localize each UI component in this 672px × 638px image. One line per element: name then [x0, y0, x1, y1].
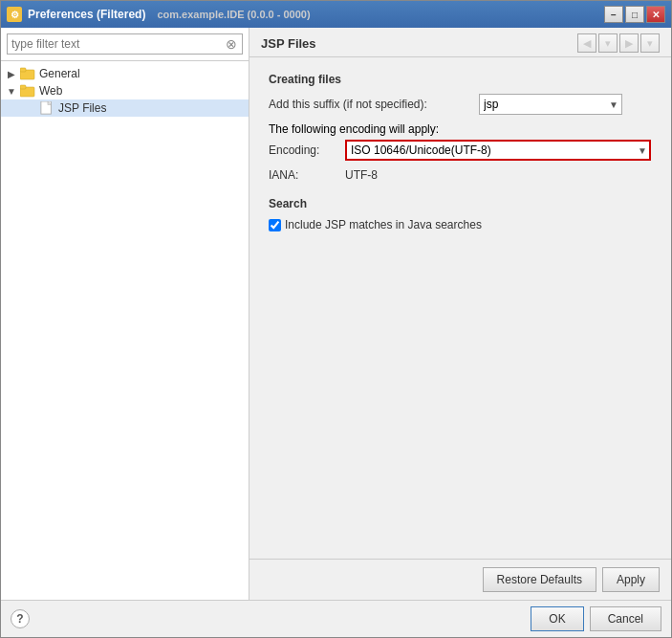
search-clear-icon[interactable]: ⊗: [224, 36, 239, 52]
iana-row: IANA: UTF-8: [269, 168, 652, 182]
panel-body: Creating files Add this suffix (if not s…: [249, 57, 671, 559]
iana-value: UTF-8: [345, 168, 378, 182]
nav-buttons: ◀ ▾ ▶ ▾: [577, 33, 660, 53]
suffix-select-wrap: jsp jspx ▼: [479, 94, 622, 115]
panel-header: JSP Files ◀ ▾ ▶ ▾: [249, 28, 671, 57]
nav-forward-dropdown-button[interactable]: ▾: [640, 33, 660, 53]
title-bar: ⚙ Preferences (Filtered) com.example.IDE…: [1, 1, 671, 28]
nav-back-dropdown-button[interactable]: ▾: [598, 33, 618, 53]
bottom-buttons: OK Cancel: [531, 606, 661, 631]
folder-icon-web: [20, 84, 35, 98]
encoding-select-wrap: ISO 10646/Unicode(UTF-8) UTF-8 UTF-16 IS…: [345, 140, 651, 161]
tree-arrow-web: ▼: [5, 84, 18, 98]
encoding-select[interactable]: ISO 10646/Unicode(UTF-8) UTF-8 UTF-16 IS…: [345, 140, 651, 161]
encoding-row: Encoding: ISO 10646/Unicode(UTF-8) UTF-8…: [269, 140, 652, 161]
jsp-matches-label: Include JSP matches in Java searches: [285, 218, 482, 231]
sidebar: ⊗ ▶ General ▼: [1, 28, 249, 600]
panel-footer: Restore Defaults Apply: [249, 559, 671, 600]
sidebar-item-web[interactable]: ▼ Web: [1, 82, 249, 99]
cancel-button[interactable]: Cancel: [590, 606, 661, 631]
search-section: Search Include JSP matches in Java searc…: [269, 197, 652, 231]
search-input[interactable]: [7, 33, 243, 55]
sidebar-label-jsp-files: JSP Files: [58, 101, 106, 115]
bottom-bar: ? OK Cancel: [1, 600, 671, 637]
encoding-pre-label-wrap: The following encoding will apply:: [269, 122, 652, 136]
page-icon-jsp: [39, 101, 54, 115]
sidebar-label-general: General: [39, 67, 80, 80]
jsp-matches-checkbox[interactable]: [269, 219, 281, 231]
search-bar: ⊗: [1, 28, 249, 61]
main-content: ⊗ ▶ General ▼: [1, 28, 671, 600]
restore-defaults-button[interactable]: Restore Defaults: [483, 567, 596, 592]
help-button[interactable]: ?: [11, 609, 30, 628]
ok-button[interactable]: OK: [531, 606, 583, 631]
suffix-label: Add this suffix (if not specified):: [269, 98, 479, 111]
maximize-button[interactable]: □: [625, 6, 644, 23]
app-icon: ⚙: [7, 7, 22, 22]
encoding-label: Encoding:: [269, 143, 345, 157]
sidebar-item-jsp-files[interactable]: JSP Files: [1, 99, 249, 117]
nav-back-button[interactable]: ◀: [577, 33, 596, 53]
search-section-label: Search: [269, 197, 652, 210]
panel-title: JSP Files: [261, 36, 316, 51]
folder-icon-general: [20, 67, 35, 80]
suffix-select[interactable]: jsp jspx: [479, 94, 622, 115]
preferences-window: ⚙ Preferences (Filtered) com.example.IDE…: [0, 0, 672, 638]
encoding-pre-label: The following encoding will apply:: [269, 122, 439, 136]
iana-label: IANA:: [269, 168, 345, 182]
nav-forward-button[interactable]: ▶: [619, 33, 639, 53]
sidebar-item-general[interactable]: ▶ General: [1, 65, 249, 82]
creating-files-label: Creating files: [269, 73, 652, 86]
sidebar-label-web: Web: [39, 84, 62, 98]
tree-arrow-general: ▶: [5, 67, 18, 80]
svg-rect-1: [20, 68, 26, 72]
search-input-wrap: ⊗: [7, 33, 243, 55]
minimize-button[interactable]: −: [604, 6, 623, 23]
close-button[interactable]: ✕: [646, 6, 665, 23]
apply-button[interactable]: Apply: [602, 567, 660, 592]
window-title: Preferences (Filtered): [28, 8, 145, 21]
checkbox-row: Include JSP matches in Java searches: [269, 218, 652, 231]
svg-rect-3: [20, 85, 26, 89]
window-controls: − □ ✕: [604, 6, 665, 23]
suffix-row: Add this suffix (if not specified): jsp …: [269, 94, 652, 115]
right-panel: JSP Files ◀ ▾ ▶ ▾ Creating files Add thi…: [249, 28, 671, 600]
title-bar-left: ⚙ Preferences (Filtered) com.example.IDE…: [7, 7, 311, 22]
window-subtitle: com.example.IDE (0.0.0 - 0000): [151, 9, 310, 20]
tree-area: ▶ General ▼ Web: [1, 61, 249, 600]
